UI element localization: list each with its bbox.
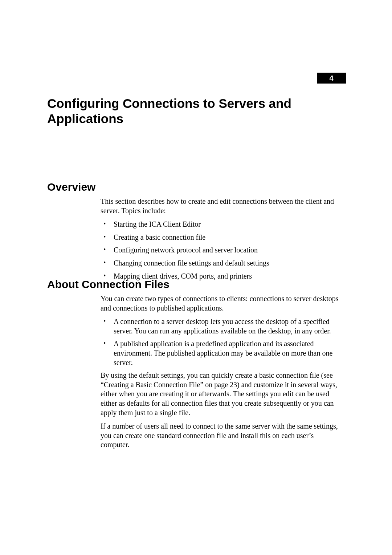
bullet-text: Starting the ICA Client Editor [114, 220, 201, 228]
overview-heading: Overview [47, 181, 346, 193]
bullet-text: Creating a basic connection file [114, 233, 205, 241]
bullet-text: Changing connection file settings and de… [114, 259, 269, 267]
top-rule [47, 86, 346, 86]
chapter-title: Configuring Connections to Servers and A… [47, 96, 346, 126]
list-item: Changing connection file settings and de… [111, 259, 341, 268]
about-body: You can create two types of connections … [101, 294, 341, 454]
bullet-text: A published application is a predefined … [114, 340, 332, 366]
bullet-text: A connection to a server desktop lets yo… [114, 317, 331, 335]
overview-bullets: Starting the ICA Client Editor Creating … [101, 220, 341, 281]
about-para-1: By using the default settings, you can q… [101, 371, 341, 417]
list-item: A published application is a predefined … [111, 339, 341, 367]
chapter-number-box: 4 [317, 73, 346, 84]
about-heading: About Connection Files [47, 278, 346, 291]
page: 4 Configuring Connections to Servers and… [0, 0, 392, 555]
about-intro: You can create two types of connections … [101, 294, 341, 313]
overview-body: This section describes how to create and… [101, 197, 341, 284]
bullet-text: Configuring network protocol and server … [114, 246, 258, 254]
about-para-2: If a number of users all need to connect… [101, 422, 341, 450]
about-bullets: A connection to a server desktop lets yo… [101, 317, 341, 367]
chapter-number: 4 [329, 74, 333, 82]
list-item: Creating a basic connection file [111, 233, 341, 242]
overview-intro: This section describes how to create and… [101, 197, 341, 215]
list-item: A connection to a server desktop lets yo… [111, 317, 341, 336]
list-item: Configuring network protocol and server … [111, 246, 341, 255]
list-item: Starting the ICA Client Editor [111, 220, 341, 229]
